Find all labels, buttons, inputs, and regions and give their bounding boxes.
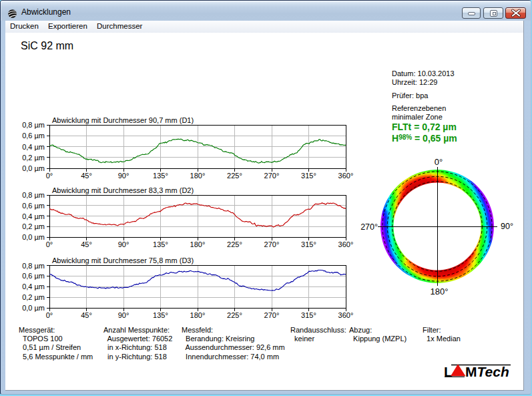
- svg-text:M: M: [465, 364, 477, 379]
- svg-text:Tech: Tech: [477, 364, 509, 379]
